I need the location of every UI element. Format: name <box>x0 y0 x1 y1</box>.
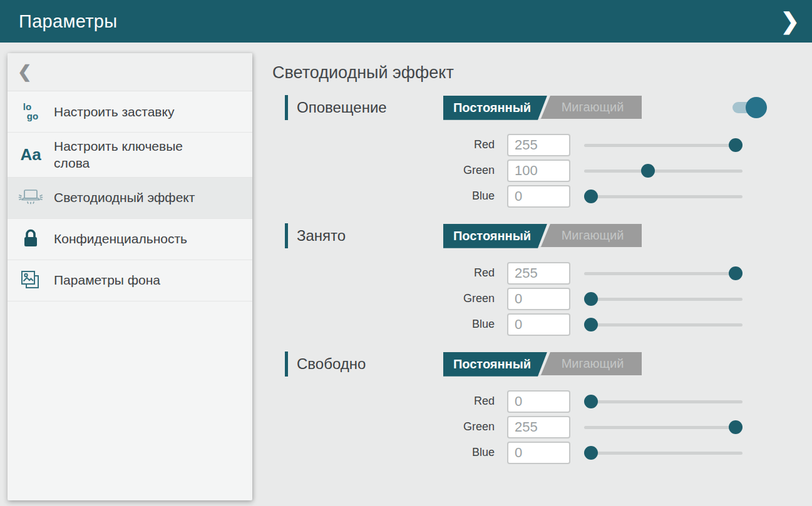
section-name: Занято <box>297 227 346 245</box>
blue-label: Blue <box>272 446 495 459</box>
slider-track[interactable] <box>584 452 743 455</box>
blue-row: Blue <box>272 185 792 208</box>
mode-option-solid[interactable]: Постоянный <box>443 352 547 377</box>
mode-segmented-control: Мигающий Постоянный <box>443 96 642 119</box>
green-input[interactable] <box>507 288 570 310</box>
sidebar-item-led-effect[interactable]: Светодиодный эффект <box>8 178 252 219</box>
red-input[interactable] <box>507 262 570 285</box>
lock-icon <box>8 228 54 250</box>
slider-track[interactable] <box>584 426 743 429</box>
mode-option-solid[interactable]: Постоянный <box>443 224 547 248</box>
page-title: Светодиодный эффект <box>272 63 792 84</box>
slider-handle[interactable] <box>729 420 743 434</box>
green-label: Green <box>272 292 495 305</box>
slider-handle[interactable] <box>584 292 598 306</box>
sidebar-item-label: Параметры фона <box>54 271 160 288</box>
images-icon <box>8 269 54 291</box>
green-row: Green <box>272 159 792 182</box>
green-row: Green <box>272 288 792 310</box>
chevron-left-icon: ❮ <box>18 64 32 81</box>
slider-track[interactable] <box>584 195 743 198</box>
green-slider[interactable] <box>584 420 743 435</box>
blue-row: Blue <box>272 442 792 464</box>
green-label: Green <box>272 164 495 177</box>
slider-handle[interactable] <box>729 138 743 152</box>
green-label: Green <box>272 420 495 433</box>
mode-segmented-control: Мигающий Постоянный <box>443 224 642 247</box>
section-busy: Занято Мигающий Постоянный Red Green <box>272 223 792 336</box>
slider-track[interactable] <box>584 170 743 173</box>
slider-track[interactable] <box>584 144 743 147</box>
alert-enabled-toggle[interactable] <box>732 97 767 118</box>
settings-sidebar: ❮ lo go Настроить заставку Aa Настроить … <box>8 53 252 500</box>
blue-input[interactable] <box>507 313 570 336</box>
green-slider[interactable] <box>584 291 743 306</box>
logo-icon: lo go <box>8 103 54 121</box>
section-alert: Оповещение Мигающий Постоянный Red <box>272 95 792 208</box>
blue-slider[interactable] <box>584 445 743 460</box>
section-free: Свободно Мигающий Постоянный Red Green <box>272 352 792 464</box>
toggle-knob <box>746 97 767 118</box>
sidebar-item-privacy[interactable]: Конфиденциальность <box>8 219 252 260</box>
red-row: Red <box>272 262 792 285</box>
red-slider[interactable] <box>584 394 743 409</box>
red-input[interactable] <box>507 390 570 413</box>
red-input[interactable] <box>507 134 570 156</box>
red-label: Red <box>272 138 495 151</box>
led-effect-panel: Светодиодный эффект Оповещение Мигающий … <box>272 53 792 464</box>
mode-option-solid[interactable]: Постоянный <box>443 96 547 120</box>
slider-handle[interactable] <box>584 318 598 331</box>
sidebar-item-label: Настроить ключевые слова <box>54 138 201 172</box>
blue-row: Blue <box>272 313 792 336</box>
blue-slider[interactable] <box>584 317 743 332</box>
red-row: Red <box>272 390 792 413</box>
section-name: Оповещение <box>297 99 387 116</box>
slider-track[interactable] <box>584 400 743 403</box>
green-slider[interactable] <box>584 163 743 178</box>
accent-bar <box>285 352 288 377</box>
slider-track[interactable] <box>584 323 743 326</box>
blue-label: Blue <box>272 318 495 331</box>
sidebar-item-screensaver[interactable]: lo go Настроить заставку <box>8 91 252 133</box>
red-slider[interactable] <box>584 138 743 153</box>
blue-slider[interactable] <box>584 189 743 204</box>
sidebar-item-label: Конфиденциальность <box>54 230 187 247</box>
blue-input[interactable] <box>507 185 570 208</box>
green-input[interactable] <box>507 159 570 182</box>
app-title: Параметры <box>19 11 117 32</box>
sidebar-item-keywords[interactable]: Aa Настроить ключевые слова <box>8 133 252 178</box>
chevron-right-icon[interactable]: ❯ <box>776 8 804 35</box>
slider-handle[interactable] <box>729 266 743 280</box>
section-name: Свободно <box>297 355 366 373</box>
slider-handle[interactable] <box>584 446 598 460</box>
accent-bar <box>285 95 288 120</box>
slider-track[interactable] <box>584 298 743 301</box>
accent-bar <box>285 223 288 248</box>
monitor-icon <box>8 187 54 208</box>
slider-handle[interactable] <box>641 164 655 178</box>
green-row: Green <box>272 416 792 438</box>
slider-track[interactable] <box>584 272 743 275</box>
green-input[interactable] <box>507 416 570 438</box>
blue-label: Blue <box>272 190 495 203</box>
red-label: Red <box>272 266 495 280</box>
red-slider[interactable] <box>584 266 743 281</box>
slider-handle[interactable] <box>584 190 598 203</box>
slider-handle[interactable] <box>584 395 598 408</box>
sidebar-item-label: Светодиодный эффект <box>54 189 195 206</box>
sidebar-back-button[interactable]: ❮ <box>8 53 252 91</box>
sidebar-item-label: Настроить заставку <box>54 103 174 120</box>
red-row: Red <box>272 134 792 156</box>
app-bar: Параметры ❯ <box>0 0 812 43</box>
mode-segmented-control: Мигающий Постоянный <box>443 352 642 375</box>
sidebar-item-background[interactable]: Параметры фона <box>8 260 252 301</box>
blue-input[interactable] <box>507 442 570 464</box>
font-aa-icon: Aa <box>8 146 54 163</box>
red-label: Red <box>272 395 495 408</box>
